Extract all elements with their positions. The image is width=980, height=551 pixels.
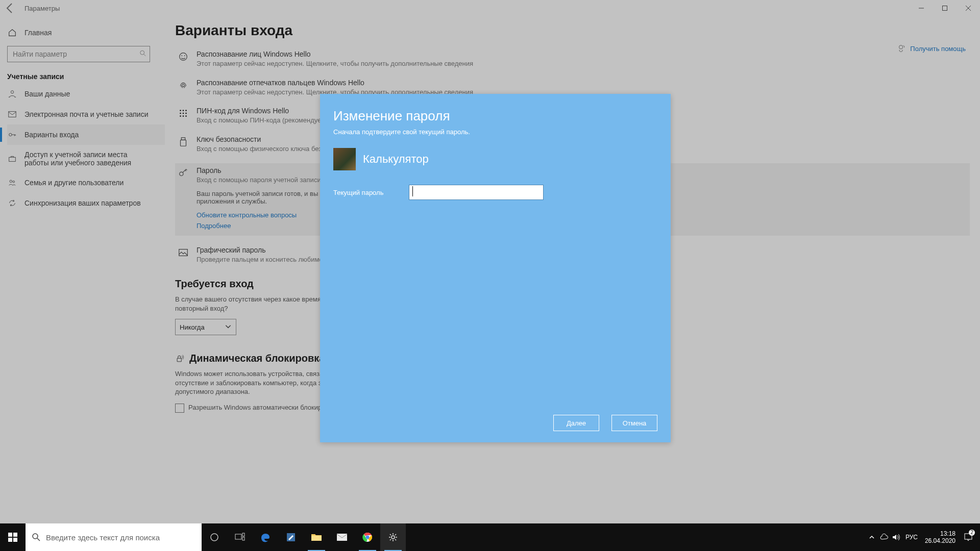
edge-icon <box>260 532 271 543</box>
taskbar-app-settings[interactable] <box>380 523 406 551</box>
tray-volume[interactable] <box>890 534 902 541</box>
svg-rect-26 <box>8 533 12 537</box>
taskbar-app-ink[interactable] <box>278 523 304 551</box>
modal-title: Изменение пароля <box>333 108 657 124</box>
user-avatar <box>333 148 356 170</box>
chrome-icon <box>362 532 373 542</box>
svg-point-40 <box>391 536 395 539</box>
taskbar-app-taskview[interactable] <box>227 523 253 551</box>
gear-icon <box>388 532 398 542</box>
taskbar-app-cortana[interactable] <box>202 523 227 551</box>
tray-language[interactable]: РУС <box>905 534 918 541</box>
svg-rect-29 <box>13 538 17 542</box>
svg-rect-33 <box>242 533 244 536</box>
change-password-dialog: Изменение пароля Сначала подтвердите сво… <box>320 94 671 442</box>
cancel-button[interactable]: Отмена <box>611 415 657 431</box>
user-name: Калькулятор <box>363 153 429 166</box>
chevron-up-icon <box>869 534 875 540</box>
taskbar-app-edge[interactable] <box>253 523 278 551</box>
circle-icon <box>209 532 219 542</box>
tray-clock[interactable]: 13:18 26.04.2020 <box>925 530 955 545</box>
svg-rect-34 <box>242 537 244 540</box>
tray-date: 26.04.2020 <box>925 537 955 544</box>
cloud-icon <box>879 534 889 541</box>
svg-rect-28 <box>8 538 12 542</box>
tray-overflow[interactable] <box>866 534 878 540</box>
taskbar-app-chrome[interactable] <box>355 523 380 551</box>
tray-time: 13:18 <box>925 530 955 537</box>
svg-rect-27 <box>13 533 17 537</box>
taskbar-app-explorer[interactable] <box>304 523 329 551</box>
taskview-icon <box>234 532 246 542</box>
svg-rect-37 <box>337 534 347 541</box>
search-icon <box>32 533 41 542</box>
modal-subtitle: Сначала подтвердите свой текущий пароль. <box>333 128 657 136</box>
start-button[interactable] <box>0 523 26 551</box>
current-password-label: Текущий пароль <box>333 189 409 196</box>
windows-icon <box>8 533 17 542</box>
svg-point-30 <box>33 534 38 539</box>
svg-rect-36 <box>311 536 322 541</box>
taskbar-app-mail[interactable] <box>329 523 355 551</box>
svg-point-39 <box>366 536 370 539</box>
current-password-input[interactable] <box>409 185 544 200</box>
svg-point-31 <box>211 534 218 541</box>
svg-rect-32 <box>235 534 241 539</box>
text-caret <box>412 186 413 196</box>
notification-count: 2 <box>969 530 975 536</box>
taskbar: Введите здесь текст для поиска РУС 13:18… <box>0 523 980 551</box>
taskbar-search[interactable]: Введите здесь текст для поиска <box>26 523 202 551</box>
taskbar-search-placeholder: Введите здесь текст для поиска <box>46 533 160 542</box>
ink-icon <box>286 532 296 542</box>
tray-onedrive[interactable] <box>878 534 890 541</box>
next-button[interactable]: Далее <box>553 415 599 431</box>
speaker-icon <box>892 534 900 541</box>
envelope-icon <box>336 533 348 542</box>
tray-notifications[interactable]: 2 <box>960 533 977 542</box>
folder-icon <box>311 533 322 542</box>
